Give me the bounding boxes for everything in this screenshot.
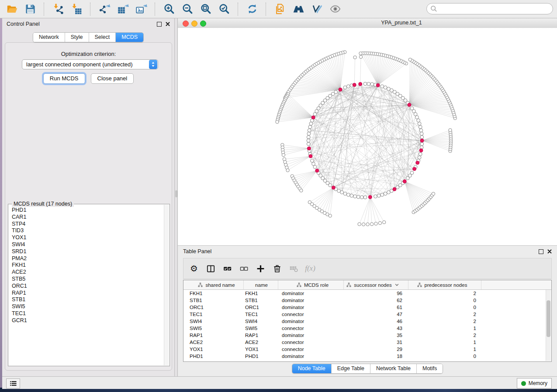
column-header-MCDS-role[interactable]: MCDS role	[278, 280, 344, 289]
table-row[interactable]: SWI5SWI5connector431	[183, 325, 551, 332]
run-mcds-button[interactable]: Run MCDS	[43, 73, 85, 84]
network-leaf-node[interactable]	[383, 220, 386, 224]
table-row[interactable]: SWI4SWI4dominator462	[183, 318, 551, 325]
table-row[interactable]: ORC1ORC1dominator610	[183, 304, 551, 311]
network-ring-node[interactable]	[308, 125, 312, 129]
save-icon[interactable]	[22, 1, 38, 17]
mcds-result-item[interactable]: SWI4	[12, 241, 164, 248]
network-ring-node[interactable]	[417, 119, 420, 122]
network-mcds-hub-node[interactable]	[311, 116, 315, 119]
network-ring-node[interactable]	[363, 196, 367, 199]
export-table-icon[interactable]	[114, 1, 131, 17]
table-row[interactable]: YOX1YOX1connector291	[183, 346, 551, 353]
window-minimize-icon[interactable]	[191, 21, 197, 27]
network-ring-node[interactable]	[374, 195, 377, 198]
mcds-result-item[interactable]: RAP1	[12, 290, 164, 297]
close-panel-icon[interactable]	[166, 22, 170, 26]
network-ring-node[interactable]	[419, 152, 422, 156]
mcds-result-item[interactable]: SWI5	[12, 303, 164, 310]
task-history-button[interactable]	[6, 378, 20, 389]
optimization-criterion-select[interactable]: largest connected component (undirected)	[22, 59, 158, 69]
network-ring-node[interactable]	[313, 165, 317, 169]
mcds-result-item[interactable]: STP4	[12, 221, 164, 228]
network-leaf-node[interactable]	[432, 192, 435, 195]
columns-icon[interactable]	[204, 261, 218, 275]
network-mcds-hub-node[interactable]	[353, 83, 356, 86]
network-mcds-hub-node[interactable]	[359, 83, 362, 86]
network-ring-node[interactable]	[360, 196, 363, 199]
network-ring-node[interactable]	[381, 85, 384, 88]
column-header-name[interactable]: name	[244, 280, 278, 289]
clone-network-icon[interactable]	[272, 1, 288, 17]
add-icon[interactable]	[253, 261, 267, 275]
network-leaf-node[interactable]	[353, 56, 356, 59]
export-image-icon[interactable]	[133, 1, 149, 17]
network-leaf-node[interactable]	[408, 58, 412, 61]
network-leaf-node[interactable]	[300, 189, 303, 192]
mcds-result-item[interactable]: CAR1	[12, 214, 164, 221]
network-mcds-hub-node[interactable]	[315, 169, 319, 172]
table-row[interactable]: TEC1TEC1connector472	[183, 311, 551, 318]
tab-network[interactable]: Network	[33, 33, 65, 42]
network-ring-node[interactable]	[309, 122, 313, 125]
zoom-selected-icon[interactable]	[216, 1, 232, 17]
network-leaf-node[interactable]	[359, 55, 362, 58]
network-mcds-hub-node[interactable]	[416, 161, 419, 165]
table-row[interactable]: ACE2ACE2connector311	[183, 339, 551, 346]
network-ring-node[interactable]	[356, 195, 360, 199]
network-mcds-hub-node[interactable]	[368, 196, 372, 199]
network-ring-node[interactable]	[346, 85, 350, 88]
network-ring-node[interactable]	[410, 171, 414, 175]
mcds-result-item[interactable]: TEC1	[12, 310, 164, 317]
tab-select[interactable]: Select	[89, 33, 116, 42]
network-leaf-node[interactable]	[374, 222, 377, 225]
network-ring-node[interactable]	[343, 86, 347, 89]
network-ring-node[interactable]	[420, 132, 423, 135]
mcds-result-item[interactable]: SRD1	[12, 248, 164, 255]
tab-motifs[interactable]: Motifs	[417, 364, 443, 373]
network-leaf-node[interactable]	[359, 52, 362, 55]
network-leaf-node[interactable]	[449, 128, 452, 131]
mcds-result-item[interactable]: PMA2	[12, 255, 164, 262]
mcds-result-item[interactable]: YOX1	[12, 234, 164, 241]
network-ring-node[interactable]	[387, 87, 391, 91]
settings-icon[interactable]: ⚙	[187, 261, 201, 275]
import-network-icon[interactable]	[50, 1, 66, 17]
network-mcds-hub-node[interactable]	[307, 147, 311, 150]
network-mcds-hub-node[interactable]	[408, 103, 411, 107]
network-mcds-hub-node[interactable]	[393, 187, 396, 191]
mcds-result-item[interactable]: GCR1	[12, 317, 164, 324]
mcds-result-item[interactable]: TID3	[12, 227, 164, 234]
network-ring-node[interactable]	[363, 82, 367, 86]
deselect-all-icon[interactable]	[237, 261, 251, 275]
binoculars-icon[interactable]	[290, 1, 307, 17]
column-header-predecessor-nodes[interactable]: predecessor nodes	[408, 280, 481, 289]
mcds-result-item[interactable]: ORC1	[12, 283, 164, 290]
table-row[interactable]: FKH1FKH1dominator962	[183, 290, 551, 297]
export-network-icon[interactable]	[96, 1, 113, 17]
network-mcds-hub-node[interactable]	[376, 83, 380, 87]
table-row[interactable]: STB1STB1dominator620	[183, 297, 551, 304]
mcds-result-list[interactable]: PHD1CAR1STP4TID3YOX1SWI4SRD1PMA2FKH1ACE2…	[8, 207, 164, 365]
network-mcds-hub-node[interactable]	[420, 139, 424, 142]
network-ring-node[interactable]	[346, 193, 350, 196]
table-row[interactable]: PHD1PHD1dominator180	[183, 353, 551, 360]
mcds-result-item[interactable]: PHD1	[12, 207, 164, 214]
network-leaf-node[interactable]	[276, 120, 279, 124]
network-ring-node[interactable]	[418, 122, 421, 125]
mcds-result-scrollbar[interactable]	[164, 205, 169, 365]
network-mcds-hub-node[interactable]	[339, 88, 342, 91]
network-ring-node[interactable]	[418, 156, 421, 159]
network-ring-node[interactable]	[307, 135, 310, 139]
network-ring-node[interactable]	[340, 191, 344, 194]
network-ring-node[interactable]	[384, 86, 387, 89]
zoom-fit-icon[interactable]	[197, 1, 214, 17]
network-ring-node[interactable]	[343, 192, 347, 196]
tab-network-table[interactable]: Network Table	[370, 364, 417, 373]
network-ring-node[interactable]	[353, 195, 357, 198]
network-leaf-node[interactable]	[329, 214, 332, 217]
network-ring-node[interactable]	[311, 159, 314, 162]
delete-icon[interactable]	[270, 261, 284, 275]
column-header-shared-name[interactable]: shared name	[183, 280, 244, 289]
network-leaf-node[interactable]	[282, 153, 285, 156]
